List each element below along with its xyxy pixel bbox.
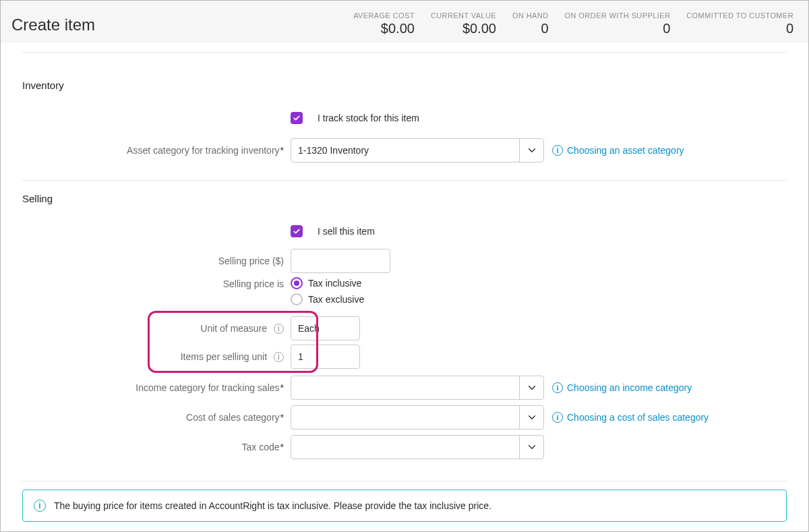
section-title-selling: Selling bbox=[22, 193, 787, 204]
income-category-label: Income category for tracking sales bbox=[136, 382, 279, 393]
radio-tax-inclusive[interactable]: Tax inclusive bbox=[291, 277, 364, 289]
items-per-selling-unit-label: Items per selling unit bbox=[181, 351, 267, 362]
chevron-down-icon bbox=[519, 406, 543, 429]
tax-code-label: Tax code bbox=[242, 442, 280, 452]
header-stats: AVERAGE COST $0.00 CURRENT VALUE $0.00 O… bbox=[353, 11, 793, 36]
stat-label: CURRENT VALUE bbox=[431, 11, 496, 20]
cost-of-sales-label: Cost of sales category bbox=[186, 412, 280, 423]
radio-icon bbox=[291, 293, 303, 305]
asset-category-value: 1-1320 Inventory bbox=[298, 145, 369, 156]
selling-price-is-label: Selling price is bbox=[223, 278, 284, 289]
stat-current-value: CURRENT VALUE $0.00 bbox=[431, 11, 496, 36]
help-link-text: Choosing a cost of sales category bbox=[567, 412, 709, 423]
chevron-down-icon bbox=[519, 436, 543, 459]
stat-on-hand: ON HAND 0 bbox=[512, 11, 549, 36]
section-title-inventory: Inventory bbox=[22, 80, 787, 91]
asset-category-label: Asset category for tracking inventory bbox=[127, 145, 279, 156]
page-title: Create item bbox=[11, 16, 95, 34]
radio-label: Tax inclusive bbox=[308, 278, 361, 289]
info-icon[interactable]: i bbox=[274, 352, 284, 362]
radio-icon bbox=[291, 277, 303, 289]
radio-tax-exclusive[interactable]: Tax exclusive bbox=[291, 293, 364, 305]
check-icon bbox=[293, 114, 301, 122]
stat-label: AVERAGE COST bbox=[353, 11, 415, 20]
stat-committed: COMMITTED TO CUSTOMER 0 bbox=[686, 11, 793, 36]
content-area: Inventory I track stock for this item As… bbox=[1, 44, 808, 532]
alert-text: The buying price for items created in Ac… bbox=[54, 500, 491, 511]
income-category-select[interactable] bbox=[291, 376, 544, 400]
cost-of-sales-select[interactable] bbox=[291, 405, 544, 430]
stat-value: 0 bbox=[565, 21, 671, 36]
asset-category-help-link[interactable]: i Choosing an asset category bbox=[552, 145, 684, 156]
radio-label: Tax exclusive bbox=[308, 294, 364, 305]
track-stock-label: I track stock for this item bbox=[318, 113, 419, 123]
stat-value: $0.00 bbox=[431, 21, 496, 36]
chevron-down-icon bbox=[519, 139, 543, 162]
sell-item-label: I sell this item bbox=[318, 226, 375, 237]
help-link-text: Choosing an income category bbox=[567, 382, 692, 393]
page-header: Create item AVERAGE COST $0.00 CURRENT V… bbox=[1, 1, 808, 44]
check-icon bbox=[293, 227, 301, 235]
stat-value: 0 bbox=[512, 21, 549, 36]
info-icon: i bbox=[552, 145, 563, 156]
info-alert: i The buying price for items created in … bbox=[22, 490, 787, 522]
asset-category-select[interactable]: 1-1320 Inventory bbox=[291, 138, 544, 162]
help-link-text: Choosing an asset category bbox=[567, 145, 684, 156]
unit-of-measure-label: Unit of measure bbox=[200, 323, 267, 334]
stat-label: ON HAND bbox=[512, 11, 549, 20]
track-stock-checkbox[interactable] bbox=[291, 112, 303, 124]
selling-price-label: Selling price ($) bbox=[218, 256, 284, 266]
stat-value: $0.00 bbox=[353, 21, 415, 36]
stat-label: COMMITTED TO CUSTOMER bbox=[686, 11, 793, 20]
stat-value: 0 bbox=[686, 21, 793, 36]
unit-of-measure-input[interactable] bbox=[291, 316, 360, 341]
chevron-down-icon bbox=[519, 376, 543, 399]
info-icon: i bbox=[34, 500, 46, 512]
info-icon: i bbox=[552, 412, 563, 423]
cost-of-sales-help-link[interactable]: i Choosing a cost of sales category bbox=[552, 412, 709, 423]
info-icon: i bbox=[552, 382, 563, 393]
info-icon[interactable]: i bbox=[274, 324, 284, 334]
stat-label: ON ORDER WITH SUPPLIER bbox=[565, 11, 671, 20]
stat-on-order: ON ORDER WITH SUPPLIER 0 bbox=[565, 11, 671, 36]
selling-price-input[interactable] bbox=[291, 249, 390, 273]
income-category-help-link[interactable]: i Choosing an income category bbox=[552, 382, 692, 393]
sell-item-checkbox[interactable] bbox=[291, 225, 303, 237]
stat-average-cost: AVERAGE COST $0.00 bbox=[353, 11, 415, 36]
tax-code-select[interactable] bbox=[291, 435, 544, 459]
items-per-selling-unit-input[interactable] bbox=[291, 345, 360, 369]
